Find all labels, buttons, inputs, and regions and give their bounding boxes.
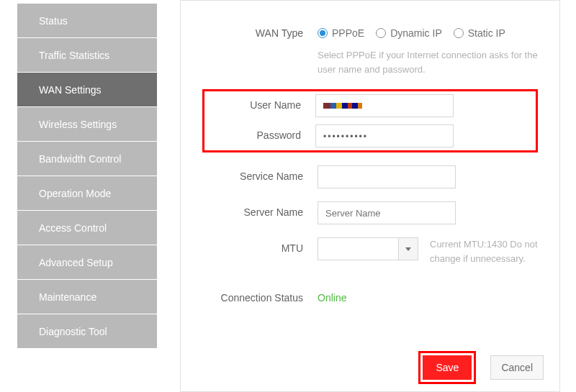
sidebar-item-advanced-setup[interactable]: Advanced Setup [17, 245, 157, 280]
mtu-input[interactable] [318, 237, 398, 260]
credentials-highlight: User Name [202, 89, 538, 152]
radio-label: Static IP [468, 27, 505, 39]
sidebar-item-access-control[interactable]: Access Control [17, 211, 157, 245]
chevron-down-icon [405, 247, 411, 251]
label-service-name: Service Name [202, 165, 318, 187]
footer-actions: Save Cancel [418, 351, 544, 384]
sidebar-item-operation-mode[interactable]: Operation Mode [17, 176, 157, 211]
sidebar-item-traffic-statistics[interactable]: Traffic Statistics [17, 38, 157, 73]
cancel-button[interactable]: Cancel [490, 355, 544, 380]
connection-status-value: Online [318, 287, 346, 309]
radio-icon [454, 28, 464, 38]
wan-type-radio-group: PPPoE Dynamic IP Static IP [318, 22, 538, 44]
row-mtu: MTU Current MTU:1430 Do not change if un… [202, 237, 538, 265]
row-connection-status: Connection Status Online [202, 287, 538, 309]
sidebar-item-wan-settings[interactable]: WAN Settings [17, 73, 157, 107]
save-button[interactable]: Save [423, 355, 472, 380]
mtu-dropdown-button[interactable] [398, 237, 418, 260]
sidebar-item-status[interactable]: Status [17, 4, 157, 38]
row-server-name: Server Name [202, 201, 538, 224]
radio-static-ip[interactable]: Static IP [454, 27, 505, 39]
radio-label: Dynamic IP [390, 27, 442, 39]
row-password: Password •••••••••• [209, 124, 531, 147]
sidebar: Status Traffic Statistics WAN Settings W… [0, 0, 157, 392]
main-panel: WAN Type PPPoE Dynamic IP St [180, 0, 560, 392]
label-password: Password [209, 124, 315, 146]
wan-type-hint: Select PPPoE if your Internet connection… [318, 48, 538, 76]
radio-icon [376, 28, 386, 38]
sidebar-item-maintenance[interactable]: Maintenance [17, 280, 157, 314]
mtu-help-text: Current MTU:1430 Do not change if unnece… [418, 237, 538, 265]
label-wan-type: WAN Type [202, 22, 318, 44]
sidebar-item-wireless-settings[interactable]: Wireless Settings [17, 107, 157, 142]
radio-icon [318, 28, 328, 38]
sidebar-item-diagnostic-tool[interactable]: Diagnostic Tool [17, 314, 157, 349]
server-name-input[interactable] [318, 201, 456, 224]
row-username: User Name [209, 94, 531, 117]
password-input[interactable]: •••••••••• [315, 124, 454, 147]
label-mtu: MTU [202, 237, 318, 259]
label-connection-status: Connection Status [202, 287, 318, 309]
sidebar-item-bandwidth-control[interactable]: Bandwidth Control [17, 142, 157, 176]
row-wan-type: WAN Type PPPoE Dynamic IP St [202, 22, 538, 76]
label-server-name: Server Name [202, 201, 318, 223]
label-username: User Name [209, 94, 315, 116]
save-highlight: Save [418, 351, 476, 384]
radio-dynamic-ip[interactable]: Dynamic IP [376, 27, 442, 39]
username-input[interactable] [315, 94, 454, 117]
radio-label: PPPoE [332, 27, 364, 39]
radio-pppoe[interactable]: PPPoE [318, 27, 364, 39]
row-service-name: Service Name [202, 165, 538, 188]
service-name-input[interactable] [318, 165, 456, 188]
